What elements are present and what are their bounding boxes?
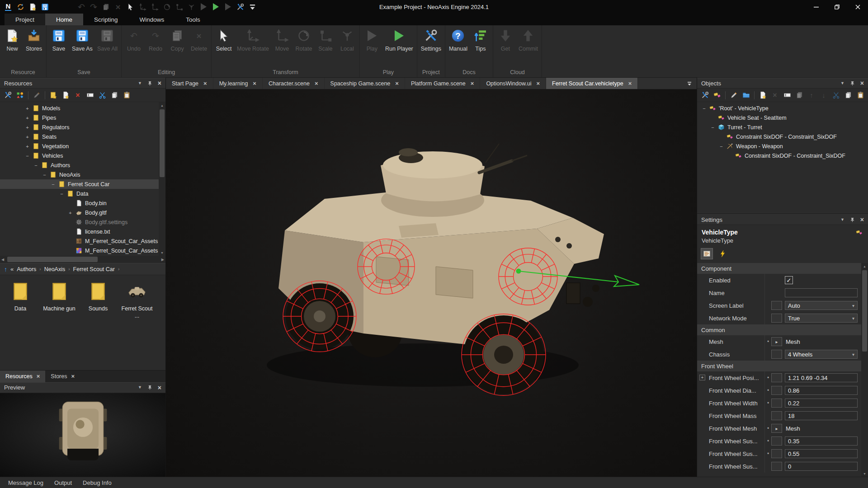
- move-button[interactable]: Move: [271, 26, 293, 52]
- panel-pin-icon[interactable]: [147, 81, 152, 86]
- dropdown-network-mode[interactable]: True▾: [785, 314, 858, 323]
- resources-horizontal-scrollbar[interactable]: ◀ ▶: [0, 256, 165, 263]
- qat-undo-icon[interactable]: ↶: [76, 1, 87, 12]
- ribbon-tab-project[interactable]: Project: [5, 14, 45, 25]
- copy-sm-icon[interactable]: [795, 91, 804, 100]
- expander-icon[interactable]: +: [24, 124, 31, 131]
- resources-vertical-scrollbar[interactable]: ▲▼: [159, 102, 165, 256]
- input-name[interactable]: [785, 288, 858, 297]
- tree-item-root-vehicletype[interactable]: −'Root' - VehicleType: [697, 103, 868, 113]
- settings-vertical-scrollbar[interactable]: ▲▼: [861, 263, 868, 477]
- viewport-3d-scene[interactable]: [166, 89, 697, 477]
- panel-close-icon[interactable]: ×: [158, 80, 161, 86]
- scroll-left-icon[interactable]: ◀: [1, 258, 4, 262]
- default-value-box[interactable]: [771, 314, 782, 323]
- navigate-back-icon[interactable]: «: [10, 266, 14, 272]
- get-button[interactable]: Get: [495, 26, 516, 52]
- default-value-box[interactable]: [771, 350, 782, 359]
- component-icon[interactable]: [712, 91, 722, 100]
- panel-menu-icon[interactable]: ▼: [840, 81, 844, 85]
- scrollbar-thumb[interactable]: [7, 257, 98, 262]
- file-item-ferret-scout[interactable]: Ferret Scout ...: [119, 281, 155, 319]
- close-tab-icon[interactable]: ×: [536, 80, 540, 86]
- tree-item-regulators[interactable]: +Regulators: [0, 122, 165, 132]
- restore-button[interactable]: [826, 0, 847, 14]
- input-front-wheel-sus[interactable]: 0.55: [785, 449, 858, 458]
- breadcrumb-item-authors[interactable]: Authors: [17, 266, 36, 272]
- expander-icon[interactable]: −: [718, 143, 725, 150]
- scrollbar-thumb[interactable]: [862, 270, 867, 352]
- default-value-box[interactable]: [771, 462, 782, 471]
- qat-run-player-icon[interactable]: [210, 1, 221, 12]
- scroll-down-icon[interactable]: ▼: [159, 249, 165, 256]
- input-front-wheel-mass[interactable]: 18: [785, 411, 858, 420]
- expander-icon[interactable]: −: [709, 124, 716, 131]
- qat-select-icon[interactable]: [125, 1, 136, 12]
- undo-button[interactable]: ↶Undo: [123, 26, 145, 52]
- play-button[interactable]: Play: [361, 26, 383, 52]
- minimize-button[interactable]: [806, 0, 826, 14]
- tree-item-pipes[interactable]: +Pipes: [0, 113, 165, 122]
- blocks-icon[interactable]: [15, 91, 24, 100]
- dropdown-chassis[interactable]: 4 Wheels▾: [785, 350, 858, 359]
- tree-item-vehicles[interactable]: −Vehicles: [0, 151, 165, 160]
- input-front-wheel-dia[interactable]: 0.86: [785, 386, 858, 395]
- doc-tab-ferret-scout-car-vehicletype[interactable]: Ferret Scout Car.vehicletype×: [546, 78, 638, 89]
- down-gray-icon[interactable]: ↓: [819, 91, 828, 100]
- panel-menu-icon[interactable]: ▼: [138, 385, 142, 389]
- scissors-icon[interactable]: [831, 91, 840, 100]
- tree-item-body-bin[interactable]: Body.bin: [0, 198, 165, 208]
- expander-icon[interactable]: +: [24, 133, 31, 140]
- doc-tab-optionswindow-ui[interactable]: OptionsWindow.ui×: [480, 78, 546, 89]
- paste-icon[interactable]: [856, 91, 865, 100]
- rotate-button[interactable]: Rotate: [293, 26, 315, 52]
- expander-icon[interactable]: +: [67, 209, 74, 216]
- panel-tab-resources[interactable]: Resources×: [0, 371, 45, 382]
- doc-tab-my-learning[interactable]: My.learning×: [213, 78, 263, 89]
- new-button[interactable]: New: [1, 26, 23, 52]
- status-bar-item-message-log[interactable]: Message Log: [4, 479, 48, 486]
- default-value-box[interactable]: [771, 301, 782, 310]
- tree-item-neoaxis[interactable]: −NeoAxis: [0, 170, 165, 179]
- qat-tools-icon[interactable]: [235, 1, 245, 12]
- tree-item-weapon-weapon[interactable]: −Weapon - Weapon: [697, 141, 868, 151]
- input-front-wheel-width[interactable]: 0.22: [785, 399, 858, 408]
- tree-item-authors[interactable]: −Authors: [0, 160, 165, 170]
- scroll-up-icon[interactable]: ▲: [159, 102, 165, 108]
- qat-play-alt-icon[interactable]: [222, 1, 233, 12]
- stores-button[interactable]: Stores: [23, 26, 45, 52]
- qat-save-all-icon[interactable]: [64, 1, 75, 12]
- settings-tab-bolt[interactable]: [717, 248, 729, 259]
- up-gray-icon[interactable]: ↑: [807, 91, 816, 100]
- expander-icon[interactable]: −: [58, 190, 65, 197]
- tree-item-m-ferret-scout-car-assets[interactable]: M_Ferret_Scout_Car_Assets: [0, 236, 165, 246]
- x-dim-icon[interactable]: ×: [770, 91, 779, 100]
- run-player-button[interactable]: Run Player: [383, 26, 415, 52]
- redo-button[interactable]: ↷Redo: [145, 26, 166, 52]
- checkbox-enabled[interactable]: ✓: [785, 276, 793, 284]
- input-front-wheel-posi[interactable]: 1.21 0.69 -0.34: [785, 373, 858, 382]
- dropdown-screen-label[interactable]: Auto▾: [785, 301, 858, 310]
- scroll-up-icon[interactable]: ▲: [861, 263, 868, 269]
- qat-move-rotate-icon[interactable]: [137, 1, 148, 12]
- qat-scale-icon[interactable]: [174, 1, 184, 12]
- scissors-icon[interactable]: [98, 91, 107, 100]
- qat-sync-icon[interactable]: [15, 1, 26, 12]
- copy-button[interactable]: Copy: [166, 26, 188, 52]
- default-value-box[interactable]: [771, 449, 782, 458]
- panel-pin-icon[interactable]: [147, 385, 152, 390]
- local-button[interactable]: Local: [336, 26, 358, 52]
- tree-item-data[interactable]: −Data: [0, 189, 165, 198]
- wrench-icon[interactable]: [700, 91, 709, 100]
- panel-pin-icon[interactable]: [850, 81, 855, 86]
- tree-item-seats[interactable]: +Seats: [0, 132, 165, 141]
- qat-save-as-icon[interactable]: [52, 1, 62, 12]
- qat-neoaxis-logo-icon[interactable]: N: [3, 1, 14, 12]
- tree-item-vegetation[interactable]: +Vegetation: [0, 141, 165, 151]
- close-tab-icon[interactable]: ×: [315, 80, 318, 86]
- panel-menu-icon[interactable]: ▼: [840, 218, 844, 222]
- file-star-icon[interactable]: [758, 91, 767, 100]
- file-item-machine-gun[interactable]: Machine gun: [42, 281, 77, 313]
- expander-icon[interactable]: −: [24, 152, 31, 159]
- panel-close-icon[interactable]: ×: [158, 385, 161, 391]
